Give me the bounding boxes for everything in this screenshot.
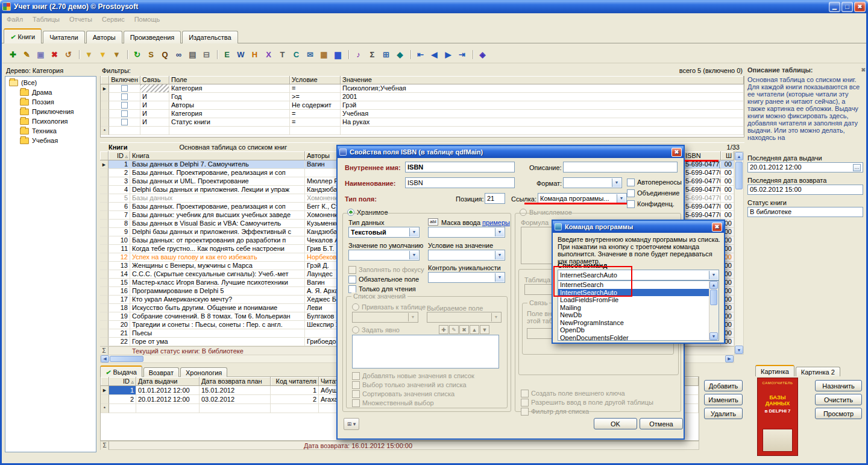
close-button[interactable] [854, 2, 866, 12]
scroll-left-button[interactable] [101, 355, 109, 362]
maximize-button[interactable] [841, 2, 853, 12]
filter-value-cell[interactable]: Учебная [341, 110, 744, 118]
tree-item[interactable]: Учебная [5, 136, 96, 145]
filter-field-cell[interactable]: Авторы [169, 101, 290, 110]
filter-row[interactable]: И Статус книги = На руках [101, 118, 744, 127]
uniqueness-combo[interactable] [428, 272, 505, 283]
main-tab[interactable]: Книги [4, 28, 42, 43]
filter-link-cell[interactable] [140, 127, 169, 135]
tree-item[interactable]: Техника [5, 126, 96, 136]
filter-link-cell[interactable]: И [140, 118, 169, 127]
explicit-values-textarea[interactable] [352, 335, 499, 369]
export-excel-icon[interactable]: E [220, 48, 234, 62]
column-header-field[interactable]: Поле [169, 76, 290, 84]
set-explicitly-radio[interactable]: Задать явно [352, 326, 400, 334]
menu-item[interactable]: Сервис [102, 16, 125, 23]
undo-record-icon[interactable]: ↺ [61, 48, 75, 62]
issue-tab[interactable]: Возврат [143, 367, 179, 377]
filter-value-cell[interactable]: Психология;Учебная [341, 84, 744, 93]
edit-record-icon[interactable]: ✎ [20, 48, 34, 62]
dialog-options-button[interactable] [344, 418, 359, 430]
filter-value-cell[interactable]: На руках [341, 118, 744, 127]
scroll-up-button[interactable] [735, 152, 743, 160]
column-header-plan-date[interactable]: Дата возврата план [200, 377, 271, 386]
menu-item[interactable]: Таблицы [33, 16, 60, 23]
copy-record-icon[interactable]: ▣ [34, 48, 48, 62]
filter-icon[interactable]: ▼ [96, 48, 110, 62]
create-fk-checkbox[interactable]: Создать поле внешнего ключа [521, 390, 625, 397]
export-mail-icon[interactable]: ✉ [303, 48, 317, 62]
scroll-down-button[interactable] [709, 332, 718, 340]
filter-value-cell[interactable] [341, 127, 744, 135]
scroll-thumb[interactable] [710, 289, 717, 305]
add-issue-button[interactable]: Добавить [704, 380, 743, 391]
list-scrollbar[interactable] [709, 281, 719, 340]
filter-field-cell[interactable]: Статус книги [169, 118, 290, 127]
date-picker-button[interactable] [853, 164, 861, 171]
filter-condition-cell[interactable]: = [290, 110, 341, 118]
scroll-up-button[interactable] [709, 281, 718, 289]
filter-row[interactable]: И Категория = Учебная [101, 110, 744, 118]
column-header-enabled[interactable]: Включен [109, 76, 140, 84]
picture-tab[interactable]: Картинка 2 [796, 367, 840, 376]
export-text-icon[interactable]: T [275, 48, 289, 62]
tree-item[interactable]: Психология [5, 116, 96, 126]
nav-next-icon[interactable]: ▶ [441, 48, 455, 62]
multi-select-checkbox[interactable]: Множественный выбор [352, 399, 434, 406]
command-list-item[interactable]: LoadFieldsFromFile [558, 296, 709, 304]
tree-root-item[interactable]: (Все) [5, 78, 96, 87]
help-icon[interactable]: ◈ [476, 48, 489, 62]
filter-enabled-checkbox[interactable] [121, 85, 128, 92]
command-list-item[interactable]: NewDb [558, 311, 709, 319]
list-delete-icon[interactable] [459, 325, 469, 334]
list-edit-icon[interactable] [449, 325, 459, 334]
description-input[interactable] [563, 162, 678, 172]
list-move-down-icon[interactable] [480, 325, 489, 334]
scroll-down-button[interactable] [735, 346, 743, 354]
position-input[interactable]: 21 [485, 193, 505, 204]
filter-enabled-checkbox[interactable] [121, 110, 128, 117]
filter-link-cell[interactable]: И [140, 110, 169, 118]
filter-value-cell[interactable]: 2001 [341, 93, 744, 101]
add-record-icon[interactable]: ✚ [6, 48, 20, 62]
default-value-combo[interactable] [348, 250, 420, 261]
command-list-item[interactable]: OpenDb [558, 326, 709, 334]
column-header-value[interactable]: Значение [341, 76, 744, 84]
export-image-icon[interactable]: ▦ [317, 48, 331, 62]
filter-save-icon[interactable]: S [144, 48, 158, 62]
menu-item[interactable]: Отчеты [69, 16, 92, 23]
grid-settings-icon[interactable]: ⊞ [379, 48, 393, 62]
export-word-icon[interactable]: W [234, 48, 248, 62]
filter-condition-cell[interactable]: Не содержит [290, 101, 341, 110]
filter-field-cell[interactable]: Категория [169, 110, 290, 118]
required-checkbox[interactable]: Обязательное поле [348, 276, 419, 283]
main-tab[interactable]: Читатели [43, 31, 85, 43]
filter-link-cell[interactable]: И [140, 93, 169, 101]
sound-icon[interactable]: ♪ [351, 48, 365, 62]
filter-enabled-checkbox[interactable] [121, 119, 128, 125]
filter-field-cell[interactable]: Год [169, 93, 290, 101]
scroll-thumb[interactable] [110, 356, 143, 362]
bind-to-table-radio[interactable]: Привязать к таблице [352, 303, 426, 311]
internal-name-input[interactable]: ISBN [405, 162, 515, 172]
scroll-thumb[interactable] [735, 162, 743, 189]
filter-enabled-checkbox[interactable] [121, 102, 128, 109]
filter-field-cell[interactable] [169, 127, 290, 135]
sort-list-values-checkbox[interactable]: Сортировать значения списка [352, 390, 454, 397]
print-icon[interactable]: ▤ [186, 48, 200, 62]
print-preview-icon[interactable]: ⊟ [200, 48, 213, 62]
export-csv-icon[interactable]: C [289, 48, 303, 62]
dialog-close-button[interactable] [712, 223, 722, 232]
cancel-button[interactable]: Отмена [640, 418, 683, 429]
issue-tab[interactable]: Выдача [100, 365, 142, 377]
picture-tab[interactable]: Картинка [755, 365, 794, 376]
delete-record-icon[interactable]: ✖ [48, 48, 61, 62]
nav-last-icon[interactable]: ⇥ [455, 48, 469, 62]
filter-condition-cell[interactable]: = [290, 84, 341, 93]
chart-icon[interactable]: ▆ [331, 48, 345, 62]
info-field-input[interactable]: В библиотеке [747, 207, 863, 217]
column-header-condition[interactable]: Условие [290, 76, 341, 84]
filter-condition-cell[interactable]: >= [290, 93, 341, 101]
filter-edit-icon[interactable]: ▼ [110, 48, 124, 62]
value-condition-combo[interactable] [428, 250, 505, 261]
